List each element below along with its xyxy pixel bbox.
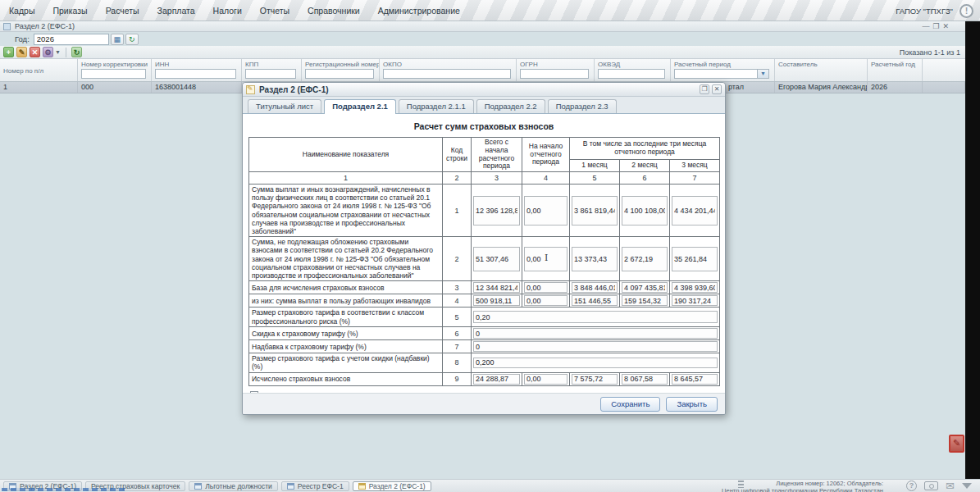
filter-korrektirovka[interactable]	[81, 69, 146, 79]
r7-surcharge[interactable]	[473, 341, 718, 352]
r9-m1[interactable]	[572, 374, 618, 385]
red-alert-icon[interactable]	[949, 435, 964, 453]
window-icon	[287, 483, 294, 490]
r3-begin[interactable]	[524, 282, 567, 293]
mail-icon[interactable]: ✉	[946, 481, 955, 491]
save-button[interactable]: Сохранить	[600, 397, 660, 412]
menu-raschety[interactable]: Расчеты	[97, 0, 148, 21]
restore-icon[interactable]: ❐	[932, 22, 939, 30]
col-nomer-pp[interactable]: Номер по п/л	[0, 59, 78, 81]
r4-m3[interactable]	[672, 295, 718, 306]
col-kpp[interactable]: КПП	[242, 59, 302, 81]
filter-reg-nomer[interactable]	[305, 69, 374, 79]
modal-restore-icon[interactable]: ❐	[700, 84, 709, 94]
menu-prikazy[interactable]: Приказы	[43, 0, 96, 21]
hdr-m1: 1 месяц	[570, 159, 620, 171]
tab-titulny-list[interactable]: Титульный лист	[248, 99, 321, 113]
filter-okpo[interactable]	[383, 69, 511, 79]
r2-total[interactable]	[473, 247, 520, 271]
tab-podrazdel-2-1[interactable]: Подраздел 2.1	[324, 99, 396, 114]
col-okved[interactable]: ОКВЭД	[595, 59, 671, 81]
r9-m2[interactable]	[622, 374, 668, 385]
hdr-name: Наименование показателя	[249, 138, 443, 172]
hdr-last3: В том числе за последние три месяца отче…	[570, 138, 720, 160]
filter-inn[interactable]	[155, 69, 236, 79]
r8-final-tariff[interactable]	[473, 358, 718, 368]
filter-kpp[interactable]	[245, 69, 296, 79]
tab-podrazdel-2-1-1[interactable]: Подраздел 2.1.1	[399, 99, 474, 113]
r3-m3[interactable]	[672, 282, 718, 293]
r1-m2[interactable]	[622, 196, 668, 226]
col-raschetny-god[interactable]: Расчетный год	[868, 59, 923, 81]
col-okpo[interactable]: ОКПО	[380, 59, 517, 81]
col-inn[interactable]: ИНН	[152, 59, 242, 81]
col-reg-nomer[interactable]: Регистрационный номер страхо...	[302, 59, 380, 81]
close-icon[interactable]: ✕	[942, 22, 949, 30]
taskbar-item-lgotnye-dolzhnosti[interactable]: Льготные должности	[189, 481, 278, 491]
taskbar-item-reestr-efs1[interactable]: Реестр ЕФС-1	[281, 481, 349, 491]
chevron-down-icon[interactable]	[962, 483, 972, 489]
col-ogrn[interactable]: ОГРН	[517, 59, 595, 81]
screenshot-icon[interactable]	[924, 481, 938, 490]
r1-total[interactable]	[473, 196, 520, 226]
settings-button[interactable]: ⚙	[43, 47, 53, 57]
help-icon[interactable]: ?	[906, 481, 917, 491]
menu-nalogi[interactable]: Налоги	[204, 0, 251, 21]
edit-button[interactable]: ✎	[16, 47, 27, 57]
col-sostavitel[interactable]: Составитель	[775, 59, 868, 81]
taskbar-item-razdel2-b[interactable]: Раздел 2 (ЕФС-1)	[353, 481, 431, 491]
add-button[interactable]: +	[3, 47, 14, 57]
grid-toolbar: + ✎ ✕ ⚙ ▼ ↻ Показано 1-1 из 1	[0, 46, 965, 59]
menu-otchety[interactable]: Отчеты	[251, 0, 299, 21]
r4-m2[interactable]	[622, 295, 668, 306]
table-row: Скидка к страховому тарифу (%) 6	[249, 327, 720, 340]
r4-m1[interactable]	[572, 295, 618, 306]
r2-m3[interactable]	[672, 247, 718, 271]
r4-total[interactable]	[473, 295, 520, 306]
r4-begin[interactable]	[524, 295, 567, 306]
refresh-button[interactable]: ↻	[71, 47, 82, 57]
delete-button[interactable]: ✕	[30, 47, 40, 57]
modal-body: Расчет сумм страховых взносов Наименован…	[243, 114, 725, 393]
r6-discount[interactable]	[473, 328, 718, 339]
close-button[interactable]: Закрыть	[666, 397, 718, 412]
settings-caret-icon[interactable]: ▼	[55, 49, 61, 55]
tab-podrazdel-2-2[interactable]: Подраздел 2.2	[476, 99, 545, 113]
r5-tariff[interactable]	[473, 311, 718, 323]
hdr-total: Всего с начала расчетного периода	[472, 138, 522, 172]
r1-m1[interactable]	[572, 196, 618, 226]
r3-m2[interactable]	[622, 282, 668, 293]
menu-spravochniki[interactable]: Справочники	[299, 0, 369, 21]
main-menubar: Кадры Приказы Расчеты Зарплата Налоги От…	[0, 0, 980, 21]
menu-administrirovanie[interactable]: Администрирование	[369, 0, 469, 21]
tab-podrazdel-2-3[interactable]: Подраздел 2.3	[548, 99, 617, 113]
r1-m3[interactable]	[672, 196, 718, 226]
minimize-icon[interactable]: —	[922, 22, 929, 30]
r9-total[interactable]	[473, 374, 520, 385]
filter-okved[interactable]	[598, 69, 665, 79]
col-raschetny-period[interactable]: Расчетный период ▼	[671, 59, 775, 81]
r9-m3[interactable]	[672, 374, 718, 385]
notification-icon[interactable]: !	[959, 4, 973, 18]
r2-m1[interactable]	[572, 247, 618, 271]
calc-table: Наименование показателя Код строки Всего…	[248, 137, 720, 386]
hdr-m3: 3 месяц	[670, 159, 720, 171]
filter-ogrn[interactable]	[520, 69, 589, 79]
r1-begin[interactable]	[524, 196, 567, 226]
r9-begin[interactable]	[524, 374, 567, 385]
year-input[interactable]	[34, 34, 109, 45]
col-korrektirovka[interactable]: Номер корректировки	[78, 59, 152, 81]
r3-m1[interactable]	[572, 282, 618, 293]
year-label: Год:	[15, 34, 30, 43]
r2-m2[interactable]	[622, 247, 668, 271]
cell-god: 2026	[868, 82, 923, 93]
apply-year-icon[interactable]: ↻	[125, 34, 139, 45]
menu-kadry[interactable]: Кадры	[0, 0, 43, 21]
calendar-icon[interactable]: ▦	[111, 34, 124, 45]
period-filter-select[interactable]: ▼	[674, 69, 769, 79]
menu-zarplata[interactable]: Зарплата	[148, 0, 204, 21]
cell-korrektirovka: 000	[78, 82, 152, 93]
modal-titlebar[interactable]: Раздел 2 (ЕФС-1) ❐ ✕	[243, 83, 725, 97]
r3-total[interactable]	[473, 282, 520, 293]
modal-close-icon[interactable]: ✕	[712, 84, 722, 94]
